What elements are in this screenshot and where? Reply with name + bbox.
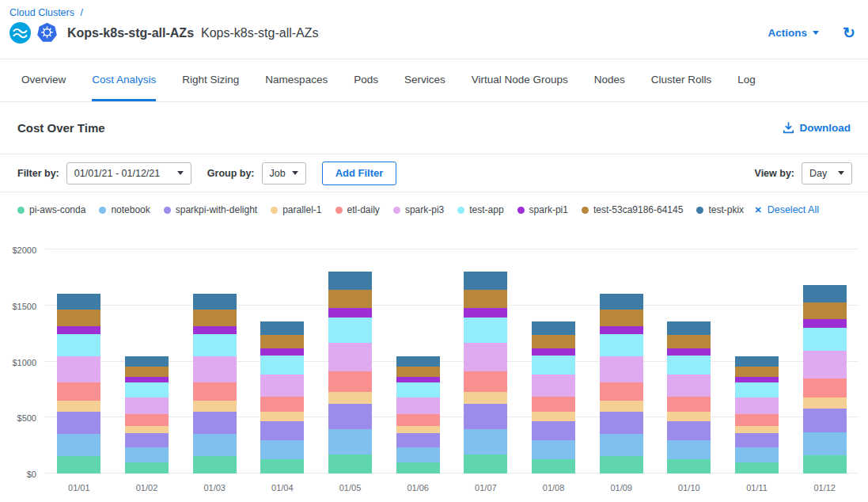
bar-segment-test-pkix[interactable]	[193, 294, 237, 310]
bar-segment-spark-pi3[interactable]	[328, 343, 372, 372]
bar-segment-spark-pi1[interactable]	[464, 308, 507, 318]
view-by-select[interactable]: Day	[802, 162, 852, 184]
bar-segment-sparkpi-with-delight[interactable]	[57, 412, 100, 434]
bar-segment-parallel-1[interactable]	[600, 401, 643, 412]
bar-segment-pi-aws-conda[interactable]	[57, 456, 100, 473]
bar-segment-test-app[interactable]	[260, 356, 304, 375]
bar-segment-parallel-1[interactable]	[803, 397, 847, 409]
bar-segment-test-53ca9186-64145[interactable]	[464, 290, 507, 308]
bar-segment-spark-pi1[interactable]	[260, 348, 304, 356]
legend-item-parallel-1[interactable]: parallel-1	[271, 204, 321, 215]
bar-segment-test-pkix[interactable]	[667, 321, 711, 335]
bar-segment-test-app[interactable]	[464, 318, 507, 343]
bar-segment-spark-pi3[interactable]	[803, 351, 847, 378]
legend-item-spark-pi1[interactable]: spark-pi1	[517, 204, 568, 215]
bar-segment-etl-daily[interactable]	[57, 382, 100, 401]
bar-segment-test-53ca9186-64145[interactable]	[328, 290, 372, 308]
legend-item-test-53ca9186-64145[interactable]: test-53ca9186-64145	[582, 204, 683, 215]
bar-segment-notebook[interactable]	[667, 440, 711, 459]
legend-item-notebook[interactable]: notebook	[99, 204, 150, 215]
stacked-bar[interactable]	[464, 272, 507, 473]
legend-item-pi-aws-conda[interactable]: pi-aws-conda	[17, 204, 85, 215]
bar-segment-notebook[interactable]	[464, 429, 507, 454]
bar-segment-parallel-1[interactable]	[396, 426, 440, 433]
bar-segment-spark-pi1[interactable]	[193, 326, 237, 334]
bar-segment-pi-aws-conda[interactable]	[735, 462, 779, 473]
bar-segment-sparkpi-with-delight[interactable]	[125, 433, 169, 448]
legend-item-test-pkix[interactable]: test-pkix	[696, 204, 744, 215]
bar-segment-pi-aws-conda[interactable]	[532, 459, 575, 473]
actions-button[interactable]: Actions	[768, 27, 820, 39]
tab-right-sizing[interactable]: Right Sizing	[182, 59, 239, 101]
bar-segment-sparkpi-with-delight[interactable]	[735, 433, 779, 448]
bar-segment-sparkpi-with-delight[interactable]	[600, 412, 643, 434]
tab-cost-analysis[interactable]: Cost Analysis	[92, 59, 156, 101]
tab-services[interactable]: Services	[404, 59, 445, 101]
bar-segment-spark-pi1[interactable]	[125, 377, 169, 382]
bar-segment-parallel-1[interactable]	[735, 426, 779, 433]
bar-segment-sparkpi-with-delight[interactable]	[532, 421, 575, 440]
bar-segment-parallel-1[interactable]	[532, 412, 575, 421]
bar-segment-parallel-1[interactable]	[193, 401, 237, 412]
bar-segment-parallel-1[interactable]	[328, 392, 372, 404]
bar-segment-spark-pi1[interactable]	[600, 326, 643, 334]
bar-segment-test-app[interactable]	[667, 356, 711, 375]
tab-pods[interactable]: Pods	[354, 59, 378, 101]
bar-segment-sparkpi-with-delight[interactable]	[803, 409, 847, 432]
stacked-bar[interactable]	[803, 285, 847, 473]
bar-segment-spark-pi1[interactable]	[532, 348, 575, 356]
bar-segment-etl-daily[interactable]	[803, 378, 847, 397]
legend-item-sparkpi-with-delight[interactable]: sparkpi-with-delight	[164, 204, 257, 215]
bar-segment-test-app[interactable]	[532, 356, 575, 375]
bar-segment-spark-pi1[interactable]	[803, 319, 847, 328]
tab-namespaces[interactable]: Namespaces	[265, 59, 328, 101]
stacked-bar[interactable]	[125, 356, 169, 473]
bar-segment-spark-pi1[interactable]	[396, 377, 440, 382]
bar-segment-notebook[interactable]	[396, 447, 440, 462]
bar-segment-test-app[interactable]	[328, 318, 372, 343]
bar-segment-spark-pi3[interactable]	[125, 397, 169, 415]
bar-segment-sparkpi-with-delight[interactable]	[396, 433, 440, 448]
bar-segment-spark-pi3[interactable]	[532, 375, 575, 397]
group-by-select[interactable]: Job	[262, 162, 306, 184]
bar-segment-etl-daily[interactable]	[600, 382, 643, 401]
bar-segment-test-53ca9186-64145[interactable]	[600, 310, 643, 326]
date-range-select[interactable]: 01/01/21 - 01/12/21	[66, 162, 191, 184]
bar-segment-notebook[interactable]	[328, 429, 372, 454]
refresh-icon[interactable]: ↻	[843, 25, 855, 40]
bar-segment-pi-aws-conda[interactable]	[260, 459, 304, 473]
bar-segment-parallel-1[interactable]	[125, 426, 169, 433]
tab-overview[interactable]: Overview	[21, 59, 66, 101]
bar-segment-test-53ca9186-64145[interactable]	[735, 367, 779, 377]
bar-segment-etl-daily[interactable]	[532, 397, 575, 412]
bar-segment-sparkpi-with-delight[interactable]	[667, 421, 711, 440]
bar-segment-test-pkix[interactable]	[600, 294, 643, 310]
bar-segment-pi-aws-conda[interactable]	[600, 456, 643, 473]
bar-segment-pi-aws-conda[interactable]	[125, 462, 169, 473]
bar-segment-spark-pi3[interactable]	[57, 356, 100, 382]
bar-segment-test-app[interactable]	[193, 334, 237, 356]
bar-segment-pi-aws-conda[interactable]	[193, 456, 237, 473]
legend-item-test-app[interactable]: test-app	[457, 204, 503, 215]
legend-item-spark-pi3[interactable]: spark-pi3	[393, 204, 444, 215]
stacked-bar[interactable]	[735, 356, 779, 473]
bar-segment-etl-daily[interactable]	[193, 382, 237, 401]
bar-segment-etl-daily[interactable]	[735, 414, 779, 426]
bar-segment-etl-daily[interactable]	[328, 371, 372, 392]
bar-segment-spark-pi1[interactable]	[667, 348, 711, 356]
bar-segment-pi-aws-conda[interactable]	[464, 454, 507, 473]
bar-segment-test-53ca9186-64145[interactable]	[260, 335, 304, 348]
bar-segment-test-pkix[interactable]	[260, 321, 304, 335]
bar-segment-notebook[interactable]	[803, 432, 847, 456]
bar-segment-test-53ca9186-64145[interactable]	[57, 310, 100, 326]
bar-segment-etl-daily[interactable]	[667, 397, 711, 412]
bar-segment-test-app[interactable]	[125, 382, 169, 397]
bar-segment-test-pkix[interactable]	[464, 272, 507, 290]
bar-segment-notebook[interactable]	[260, 440, 304, 459]
bar-segment-test-53ca9186-64145[interactable]	[125, 367, 169, 377]
bar-segment-parallel-1[interactable]	[667, 412, 711, 421]
deselect-all-button[interactable]: ✕ Deselect All	[754, 204, 819, 215]
bar-segment-test-53ca9186-64145[interactable]	[667, 335, 711, 348]
bar-segment-pi-aws-conda[interactable]	[667, 459, 711, 473]
bar-segment-test-pkix[interactable]	[396, 356, 440, 367]
